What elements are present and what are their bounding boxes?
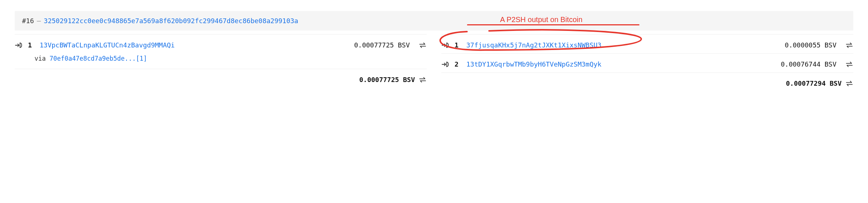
dash: –: [37, 17, 41, 25]
outputs-column: A P2SH output on Bitcoin 1 37fjusqaKHx5j…: [441, 34, 853, 91]
inputs-total: 0.00077725 BSV: [359, 76, 415, 83]
input-amount: 0.00077725 BSV: [354, 41, 410, 49]
inputs-total-row: 0.00077725 BSV: [15, 69, 427, 87]
currency-label: BSV: [824, 60, 836, 68]
amount-value: 0.00077725: [359, 76, 399, 83]
outputs-total-row: 0.00077294 BSV: [441, 72, 853, 91]
swap-icon[interactable]: [842, 61, 853, 68]
amount-value: 0.00077294: [786, 79, 825, 87]
swap-icon[interactable]: [842, 42, 853, 49]
input-row: 1 13VpcBWTaCLnpaKLGTUCn4zBavgd9MMAQi 0.0…: [15, 34, 427, 53]
annotation-underline: [467, 24, 639, 25]
output-amount: 0.0000055 BSV: [785, 41, 836, 49]
input-index: 1: [28, 41, 34, 49]
input-address-link[interactable]: 13VpcBWTaCLnpaKLGTUCn4zBavgd9MMAQi: [40, 41, 345, 49]
swap-icon[interactable]: [415, 42, 427, 49]
annotation-circle: [438, 27, 643, 53]
via-link[interactable]: 70ef0a47e8cd7a9eb5de...[1]: [50, 55, 147, 62]
tx-index: #16: [22, 17, 34, 25]
input-arrow-icon: [15, 42, 23, 49]
via-prefix: via: [34, 55, 46, 62]
output-row: A P2SH output on Bitcoin 1 37fjusqaKHx5j…: [441, 34, 853, 53]
output-arrow-icon: [441, 61, 449, 68]
output-index: 1: [455, 41, 461, 49]
currency-label: BSV: [824, 41, 836, 49]
inputs-column: 1 13VpcBWTaCLnpaKLGTUCn4zBavgd9MMAQi 0.0…: [15, 34, 427, 91]
currency-label: BSV: [398, 41, 410, 49]
outputs-total: 0.00077294 BSV: [786, 79, 842, 87]
amount-value: 0.0000055: [785, 41, 821, 49]
currency-label: BSV: [829, 79, 842, 87]
output-address-link[interactable]: 13tDY1XGqrbwTMb9byH6TVeNpGzSM3mQyk: [466, 60, 772, 68]
via-row: via 70ef0a47e8cd7a9eb5de...[1]: [15, 53, 427, 69]
annotation-label: A P2SH output on Bitcoin: [500, 15, 583, 24]
tx-header: #16 – 325029122cc0ee0c948865e7a569a8f620…: [15, 11, 853, 31]
output-amount: 0.00076744 BSV: [781, 60, 836, 68]
output-address-link[interactable]: 37fjusqaKHx5j7nAg2tJXKt1XixsNWBSU3: [466, 41, 776, 49]
output-row: 2 13tDY1XGqrbwTMb9byH6TVeNpGzSM3mQyk 0.0…: [441, 53, 853, 72]
currency-label: BSV: [403, 76, 415, 83]
amount-value: 0.00077725: [354, 41, 394, 49]
io-columns: 1 13VpcBWTaCLnpaKLGTUCn4zBavgd9MMAQi 0.0…: [15, 34, 853, 91]
output-arrow-icon: [441, 42, 449, 49]
output-index: 2: [455, 60, 461, 68]
txid-link[interactable]: 325029122cc0ee0c948865e7a569a8f620b092fc…: [44, 17, 298, 25]
swap-icon[interactable]: [415, 76, 427, 83]
amount-value: 0.00076744: [781, 60, 820, 68]
swap-icon[interactable]: [842, 80, 853, 87]
